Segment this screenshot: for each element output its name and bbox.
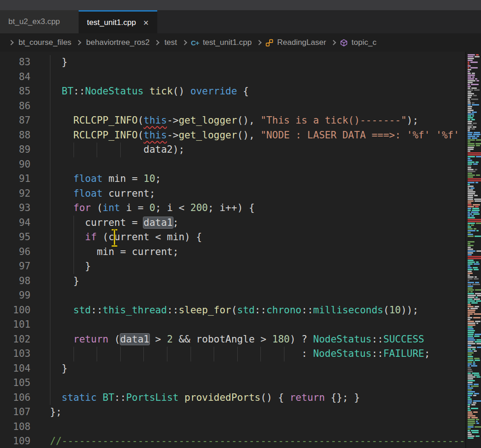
minimap-row [468, 193, 481, 194]
code-text: } [50, 56, 68, 68]
line-number: 90 [0, 157, 31, 172]
code-line[interactable]: if (current < min) { [50, 230, 481, 245]
tab-test_unit1-cpp[interactable]: test_unit1.cpp× [79, 10, 157, 33]
code-line[interactable]: min = current; [50, 245, 481, 260]
breadcrumb-item-test_unit1-cpp[interactable]: C+test_unit1.cpp [191, 38, 253, 47]
code-line[interactable]: } [50, 55, 481, 70]
code-text: min = current; [50, 246, 179, 257]
minimap-row [468, 267, 481, 268]
minimap-row [468, 152, 481, 154]
minimap-row [468, 76, 481, 78]
code-line[interactable]: RCLCPP_INFO(this->get_logger(), "NODE : … [50, 128, 481, 143]
code-line[interactable]: float current; [50, 187, 481, 201]
minimap-row [468, 223, 481, 224]
code-line[interactable] [50, 99, 481, 114]
code-line[interactable]: //--------------------------------------… [50, 434, 481, 448]
minimap-row [468, 419, 481, 420]
code-text: std::this_thread::sleep_for(std::chrono:… [50, 305, 419, 316]
minimap-row [468, 356, 481, 357]
code-line[interactable]: BT::NodeStatus tick() override { [50, 84, 481, 99]
minimap-row [468, 289, 481, 291]
minimap-row [468, 156, 481, 157]
code-line[interactable]: RCLCPP_INFO(this->get_logger(), "This is… [50, 113, 481, 128]
tab-label: test_unit1.cpp [87, 18, 136, 27]
minimap-row [468, 62, 481, 63]
minimap-row [468, 286, 481, 287]
breadcrumb-label: test [164, 38, 177, 47]
code-line[interactable] [50, 288, 481, 303]
minimap[interactable] [465, 52, 481, 448]
code-lines[interactable]: } BT::NodeStatus tick() override { RCLCP… [50, 52, 481, 448]
code-line[interactable]: float min = 10; [50, 172, 481, 187]
minimap-row [468, 411, 481, 413]
code-line[interactable] [50, 157, 481, 172]
code-line[interactable] [50, 420, 481, 435]
code-line[interactable] [50, 317, 481, 332]
breadcrumb-item-ReadingLaser[interactable]: ReadingLaser [265, 38, 327, 47]
code-line[interactable] [50, 376, 481, 391]
line-number: 102 [0, 332, 31, 347]
code-line[interactable]: }; [50, 405, 481, 420]
breadcrumb-item-test[interactable]: test [163, 38, 178, 47]
code-text: } [50, 261, 91, 272]
minimap-row [468, 102, 481, 104]
code-text: data2); [50, 144, 185, 155]
code-line[interactable]: std::this_thread::sleep_for(std::chrono:… [50, 303, 481, 318]
minimap-row [468, 65, 481, 67]
minimap-row [468, 311, 481, 313]
code-text: RCLCPP_INFO(this->get_logger(), "NODE : … [50, 130, 459, 141]
code-line[interactable]: } [50, 274, 481, 289]
minimap-row [468, 67, 481, 68]
code-text: static BT::PortsList providedPorts() { r… [50, 392, 360, 403]
code-line[interactable]: for (int i = 0; i < 200; i++) { [50, 201, 481, 216]
code-line[interactable]: return (data1 > 2 && robotAngle > 180) ?… [50, 332, 481, 347]
code-line[interactable]: current = data1; [50, 216, 481, 230]
minimap-row [468, 145, 481, 146]
code-line[interactable]: } [50, 259, 481, 274]
breadcrumb-label: bt_course_files [18, 38, 71, 47]
minimap-row [468, 291, 481, 292]
minimap-row [468, 243, 481, 244]
minimap-row [468, 139, 481, 141]
code-text: if (current < min) { [50, 231, 202, 243]
minimap-row [468, 406, 481, 407]
minimap-row [468, 328, 481, 330]
minimap-row [468, 337, 481, 339]
breadcrumb-item-topic_c[interactable]: topic_c [340, 38, 377, 47]
breadcrumb-item-bt_course_files[interactable]: bt_course_files [18, 38, 72, 47]
minimap-row [468, 108, 481, 109]
code-line[interactable]: : NodeStatus::FAILURE; [50, 347, 481, 361]
minimap-row [468, 91, 481, 93]
minimap-row [468, 200, 481, 202]
minimap-row [468, 143, 481, 144]
minimap-row [468, 171, 481, 172]
code-line[interactable]: data2); [50, 143, 481, 157]
line-number: 92 [0, 187, 31, 201]
code-line[interactable]: } [50, 361, 481, 376]
minimap-row [468, 310, 481, 311]
minimap-row [468, 154, 481, 156]
minimap-row [468, 228, 481, 230]
code-line[interactable]: static BT::PortsList providedPorts() { r… [50, 391, 481, 405]
minimap-row [468, 54, 481, 56]
breadcrumb-item-behaviortree_ros2[interactable]: behaviortree_ros2 [85, 38, 150, 47]
line-number: 83 [0, 55, 31, 70]
minimap-row [468, 217, 481, 218]
tab-bt_u2_ex3-cpp[interactable]: bt_u2_ex3.cpp [0, 10, 79, 33]
code-text: BT::NodeStatus tick() override { [50, 86, 249, 97]
line-number: 104 [0, 361, 31, 376]
minimap-row [468, 78, 481, 80]
code-editor[interactable]: 8384858687888990919293949596979899100101… [0, 52, 481, 448]
line-number: 97 [0, 259, 31, 274]
minimap-row [468, 204, 481, 205]
minimap-row [468, 404, 481, 405]
minimap-row [468, 80, 481, 81]
minimap-row [468, 134, 481, 135]
code-line[interactable] [50, 70, 481, 85]
minimap-row [468, 110, 481, 111]
close-icon[interactable]: × [143, 18, 149, 27]
minimap-row [468, 234, 481, 235]
minimap-row [468, 343, 481, 344]
minimap-row [468, 269, 481, 270]
code-text: } [50, 275, 79, 286]
